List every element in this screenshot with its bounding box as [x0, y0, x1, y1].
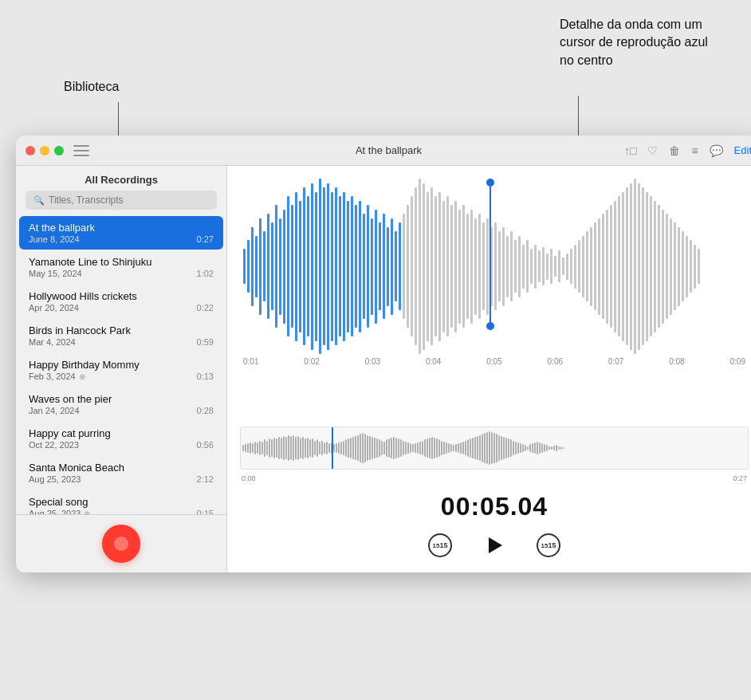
- play-button[interactable]: [480, 531, 509, 560]
- skip-forward-button[interactable]: 15: [534, 531, 563, 560]
- recording-item[interactable]: Happy cat purringOct 22, 20230:56: [19, 422, 223, 455]
- sidebar-toggle-button[interactable]: [73, 145, 89, 156]
- overview-bar: [458, 443, 459, 453]
- waveform-canvas[interactable]: [240, 179, 749, 354]
- waveform-bar: [538, 250, 541, 282]
- titlebar: At the ballpark ↑□ ♡ 🗑 ≡ 💬 Edit: [16, 136, 751, 166]
- waveform-bar: [586, 231, 588, 301]
- overview-bar: [477, 436, 478, 460]
- overview-bar: [395, 438, 397, 458]
- waveform-bar: [407, 205, 409, 328]
- skip-back-label: 15: [439, 541, 447, 549]
- overview-bar: [431, 437, 433, 459]
- overview-bar: [343, 441, 344, 456]
- overview-bar: [553, 446, 555, 450]
- waveform-bar: [327, 183, 329, 350]
- waveform-bar: [558, 250, 560, 282]
- search-icon: 🔍: [33, 195, 45, 206]
- waveform-bar: [363, 214, 365, 319]
- recording-item[interactable]: Santa Monica BeachAug 25, 20232:12: [19, 456, 223, 490]
- time-marker: 0:03: [365, 357, 380, 370]
- waveform-bar: [263, 231, 265, 301]
- overview-bar: [513, 441, 514, 456]
- overview-bar: [484, 433, 486, 462]
- waveform-bar: [343, 192, 345, 341]
- record-button[interactable]: [102, 525, 140, 563]
- recording-date: Feb 3, 2024⊕: [29, 372, 85, 381]
- close-button[interactable]: [26, 146, 35, 155]
- overview-bar: [560, 446, 562, 450]
- playhead-line[interactable]: [490, 179, 491, 330]
- annotation-biblioteca-text: Biblioteca: [64, 80, 119, 93]
- overview-bar: [563, 447, 564, 450]
- waveform-bar: [638, 183, 640, 350]
- recording-date: May 15, 2024: [29, 269, 82, 278]
- overview-bar: [529, 444, 531, 451]
- waveform-bar: [351, 196, 353, 336]
- time-marker: 0:02: [304, 357, 319, 370]
- recording-title: Santa Monica Beach: [29, 462, 214, 474]
- recording-duration: 1:02: [197, 269, 214, 278]
- annotation-detalhe-text: Detalhe da onda com um cursor de reprodu…: [560, 18, 708, 67]
- overview-bar: [328, 443, 330, 453]
- overview-bar: [362, 433, 364, 462]
- waveform-bar: [590, 227, 592, 306]
- maximize-button[interactable]: [54, 146, 64, 155]
- waveform-bar: [594, 222, 596, 310]
- overview-bar: [465, 441, 466, 456]
- recording-item[interactable]: Happy Birthday MommyFeb 3, 2024⊕0:13: [19, 353, 223, 387]
- overview-bar: [419, 442, 421, 454]
- overview-bar: [472, 438, 474, 458]
- waveform-bar: [291, 205, 293, 328]
- recording-title: Waves on the pier: [29, 393, 214, 405]
- waveform-bar: [506, 236, 509, 297]
- waveform-bar: [510, 231, 513, 301]
- overview-bar: [496, 434, 497, 462]
- overview-bar: [261, 442, 263, 454]
- overview-playhead[interactable]: [332, 427, 333, 469]
- overview-bar: [460, 442, 462, 454]
- overview-bar: [290, 436, 292, 460]
- overview-bar: [558, 446, 560, 450]
- skip-back-button[interactable]: 15: [426, 531, 454, 560]
- edit-button[interactable]: Edit: [734, 144, 751, 156]
- overview-bar: [522, 444, 524, 451]
- skip-back-icon: 15: [428, 533, 452, 557]
- overview-bar: [350, 438, 352, 458]
- minimize-button[interactable]: [40, 146, 49, 155]
- waveform-bar: [646, 192, 648, 341]
- recording-item[interactable]: At the ballparkJune 8, 20240:27: [19, 216, 223, 250]
- waveform-bar: [654, 201, 656, 332]
- waveform-bar: [526, 240, 529, 293]
- overview-bar: [357, 435, 359, 462]
- waveform-overview[interactable]: [240, 427, 749, 470]
- waveform-bar: [267, 214, 269, 319]
- share-icon[interactable]: ↑□: [624, 144, 636, 157]
- recording-item[interactable]: Waves on the pierJan 24, 20240:28: [19, 387, 223, 421]
- search-bar[interactable]: 🔍: [26, 191, 217, 210]
- search-input[interactable]: [49, 195, 209, 206]
- recording-title: Hollywood Hills crickets: [29, 290, 214, 302]
- overview-bar: [312, 438, 313, 457]
- waveform-bar: [458, 210, 461, 324]
- settings-icon[interactable]: ≡: [691, 144, 698, 157]
- waveform-bar: [602, 214, 604, 319]
- waveform-bar: [690, 240, 692, 293]
- overview-bar: [305, 438, 306, 457]
- playhead-dot-bottom: [486, 322, 494, 330]
- traffic-lights: [26, 146, 64, 155]
- recording-item[interactable]: Special songAug 25, 2023⊕0:15: [19, 490, 223, 514]
- recording-item[interactable]: Birds in Hancock ParkMar 4, 20240:59: [19, 319, 223, 352]
- content-area: 0:010:020:030:040:050:060:070:080:09 0:0…: [227, 166, 751, 572]
- overview-bar: [482, 434, 483, 462]
- recording-item[interactable]: Hollywood Hills cricketsApr 20, 20240:22: [19, 285, 223, 318]
- delete-icon[interactable]: 🗑: [669, 144, 680, 157]
- waveform-bar: [482, 222, 485, 310]
- favorite-icon[interactable]: ♡: [647, 144, 658, 157]
- skip-forward-icon: 15: [537, 533, 560, 557]
- transcript-icon[interactable]: 💬: [710, 144, 723, 157]
- waveform-bar: [534, 245, 537, 289]
- overview-bar: [486, 432, 488, 464]
- recording-item[interactable]: Yamanote Line to ShinjukuMay 15, 20241:0…: [19, 250, 223, 284]
- overview-bar: [493, 433, 495, 462]
